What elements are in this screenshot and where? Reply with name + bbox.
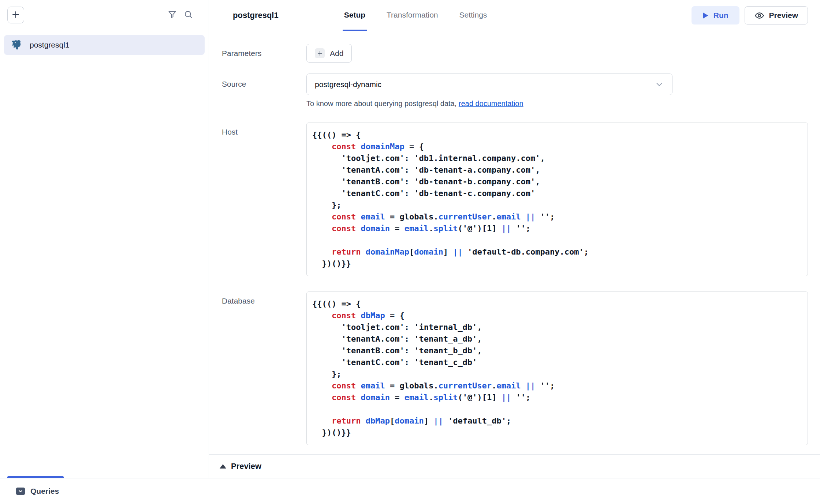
preview-section-toggle[interactable]: Preview bbox=[209, 454, 820, 478]
collapse-up-icon bbox=[220, 464, 226, 469]
database-row: Database {{(() => { const dbMap = { 'too… bbox=[222, 292, 808, 445]
plus-square-icon bbox=[315, 48, 325, 58]
source-select-value: postgresql-dynamic bbox=[315, 80, 381, 89]
source-control: postgresql-dynamic To know more about qu… bbox=[306, 74, 808, 108]
run-button-label: Run bbox=[713, 11, 728, 20]
chevron-down-icon bbox=[655, 80, 664, 91]
preview-button[interactable]: Preview bbox=[745, 6, 808, 25]
editor-tabs: Setup Transformation Settings bbox=[343, 0, 489, 31]
setup-form: Parameters Add Source bbox=[209, 31, 820, 454]
bottom-bar: Queries bbox=[0, 478, 820, 504]
queries-tab-label: Queries bbox=[30, 487, 59, 496]
search-icon bbox=[183, 10, 193, 20]
main-row: postgresql1 postgresql1 Setup Transforma… bbox=[0, 0, 820, 478]
tab-settings[interactable]: Settings bbox=[458, 0, 488, 31]
run-button[interactable]: Run bbox=[692, 6, 739, 25]
parameters-label: Parameters bbox=[222, 49, 306, 58]
tab-transformation[interactable]: Transformation bbox=[385, 0, 439, 31]
database-label: Database bbox=[222, 292, 306, 445]
plus-icon bbox=[11, 10, 20, 20]
source-helper-text: To know more about querying postgresql d… bbox=[306, 99, 808, 108]
query-editor-panel: postgresql1 Setup Transformation Setting… bbox=[209, 0, 820, 478]
search-button[interactable] bbox=[180, 7, 196, 23]
host-control: {{(() => { const domainMap = { 'tooljet.… bbox=[306, 123, 808, 276]
parameters-row: Parameters Add bbox=[222, 44, 808, 63]
add-parameter-button[interactable]: Add bbox=[306, 44, 352, 63]
app-window: postgresql1 postgresql1 Setup Transforma… bbox=[0, 0, 820, 504]
add-parameter-label: Add bbox=[330, 49, 343, 58]
preview-section-label: Preview bbox=[231, 462, 261, 471]
queries-icon bbox=[16, 487, 25, 495]
query-editor-header: postgresql1 Setup Transformation Setting… bbox=[209, 0, 820, 31]
filter-button[interactable] bbox=[164, 7, 180, 23]
queries-panel-tab[interactable]: Queries bbox=[16, 487, 59, 496]
host-row: Host {{(() => { const domainMap = { 'too… bbox=[222, 123, 808, 276]
source-select[interactable]: postgresql-dynamic bbox=[306, 74, 672, 95]
play-icon bbox=[702, 12, 709, 19]
parameters-control: Add bbox=[306, 44, 808, 63]
host-label: Host bbox=[222, 123, 306, 276]
add-query-button[interactable] bbox=[7, 7, 24, 23]
query-list: postgresql1 bbox=[0, 30, 209, 55]
queries-sidebar: postgresql1 bbox=[0, 0, 209, 478]
host-code-editor[interactable]: {{(() => { const domainMap = { 'tooljet.… bbox=[306, 123, 808, 276]
database-code-editor[interactable]: {{(() => { const dbMap = { 'tooljet.com'… bbox=[306, 292, 808, 445]
query-title: postgresql1 bbox=[233, 11, 279, 20]
source-label: Source bbox=[222, 74, 306, 108]
sidebar-header bbox=[0, 0, 209, 30]
sidebar-active-tab-indicator bbox=[7, 476, 64, 478]
filter-icon bbox=[167, 10, 177, 20]
eye-icon bbox=[754, 11, 764, 20]
query-item-label: postgresql1 bbox=[30, 41, 70, 49]
header-actions: Run Preview bbox=[692, 0, 808, 31]
helper-prefix: To know more about querying postgresql d… bbox=[306, 99, 459, 108]
database-control: {{(() => { const dbMap = { 'tooljet.com'… bbox=[306, 292, 808, 445]
query-list-item-postgresql1[interactable]: postgresql1 bbox=[4, 35, 205, 55]
postgresql-icon bbox=[11, 40, 22, 50]
source-row: Source postgresql-dynamic To know more a… bbox=[222, 74, 808, 108]
tab-setup[interactable]: Setup bbox=[343, 0, 367, 31]
read-documentation-link[interactable]: read documentation bbox=[459, 99, 523, 108]
preview-button-label: Preview bbox=[769, 11, 798, 20]
